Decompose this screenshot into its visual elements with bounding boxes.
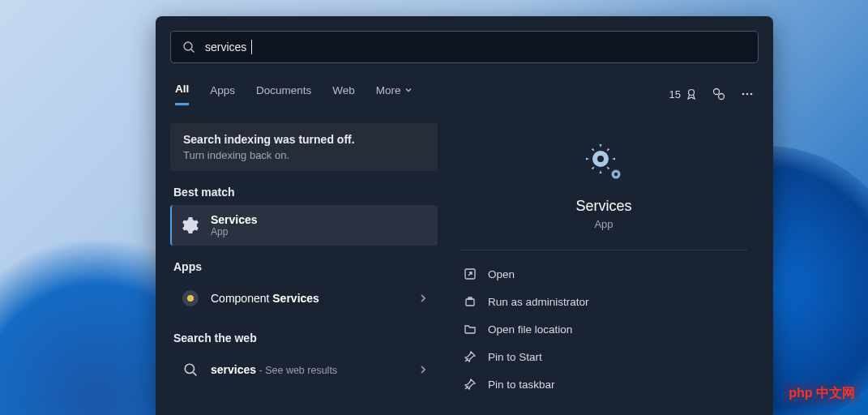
gear-icon — [583, 141, 625, 183]
section-apps: Apps — [173, 260, 434, 273]
svg-point-3 — [714, 89, 720, 95]
preview-title: Services — [460, 198, 747, 215]
svg-point-7 — [750, 93, 753, 96]
tab-documents[interactable]: Documents — [256, 84, 311, 105]
indexing-notice[interactable]: Search indexing was turned off. Turn ind… — [170, 123, 438, 171]
search-input[interactable] — [205, 40, 252, 54]
more-icon[interactable] — [741, 88, 754, 101]
svg-point-5 — [742, 93, 745, 96]
svg-point-0 — [184, 42, 192, 50]
notice-title: Search indexing was turned off. — [183, 133, 425, 146]
section-search-web: Search the web — [173, 332, 434, 344]
chevron-down-icon — [404, 86, 413, 94]
svg-point-4 — [719, 94, 725, 100]
medal-icon — [686, 88, 697, 100]
notice-subtitle: Turn indexing back on. — [183, 149, 425, 161]
action-pin-taskbar[interactable]: Pin to taskbar — [460, 370, 747, 398]
tab-web[interactable]: Web — [332, 84, 355, 105]
search-icon — [180, 359, 201, 380]
action-pin-start[interactable]: Pin to Start — [460, 343, 747, 370]
pin-icon — [464, 378, 477, 391]
action-open[interactable]: Open — [460, 260, 747, 288]
rewards-points[interactable]: 15 — [669, 88, 697, 101]
svg-line-1 — [191, 49, 195, 53]
chevron-right-icon — [418, 365, 428, 374]
action-run-admin[interactable]: Run as administrator — [460, 288, 747, 315]
results-panel: Search indexing was turned off. Turn ind… — [170, 123, 438, 402]
search-bar[interactable] — [170, 31, 759, 63]
svg-point-2 — [689, 90, 695, 96]
result-title: Services — [211, 213, 428, 226]
preview-panel: Services App Open Run as administrator O… — [449, 123, 759, 402]
tab-more[interactable]: More — [376, 84, 413, 105]
pin-icon — [464, 350, 477, 363]
section-best-match: Best match — [173, 186, 434, 199]
chevron-right-icon — [418, 293, 428, 303]
preview-type: App — [460, 218, 747, 230]
result-services[interactable]: Services App — [170, 205, 438, 246]
result-title: Component Services — [211, 292, 418, 305]
result-component-services[interactable]: Component Services — [170, 280, 438, 317]
result-web-search[interactable]: services - See web results — [170, 351, 438, 388]
svg-point-10 — [185, 364, 194, 373]
folder-icon — [464, 323, 477, 336]
filter-tabs: All Apps Documents Web More 15 — [156, 79, 773, 109]
svg-point-9 — [187, 295, 194, 302]
gear-icon — [180, 215, 201, 236]
divider — [460, 250, 747, 250]
tab-apps[interactable]: Apps — [210, 84, 235, 105]
search-icon — [182, 41, 195, 53]
result-title: services - See web results — [211, 363, 418, 376]
result-subtitle: App — [211, 226, 428, 237]
svg-rect-13 — [466, 299, 474, 306]
svg-point-6 — [746, 93, 749, 96]
component-services-icon — [180, 288, 201, 309]
shield-icon — [464, 295, 477, 308]
chat-icon[interactable] — [712, 87, 726, 101]
watermark: php 中文网 — [784, 383, 860, 404]
action-open-location[interactable]: Open file location — [460, 315, 747, 343]
svg-line-11 — [193, 372, 196, 375]
tab-all[interactable]: All — [175, 83, 189, 105]
start-menu: All Apps Documents Web More 15 Search in… — [156, 16, 773, 415]
open-icon — [464, 267, 477, 280]
